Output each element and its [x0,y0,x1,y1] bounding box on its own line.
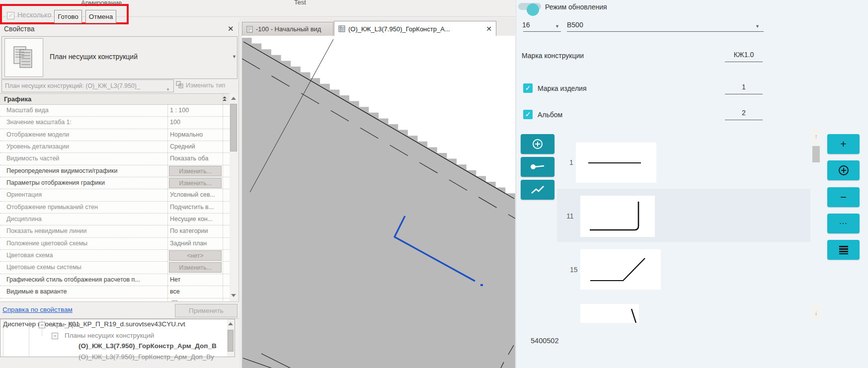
update-mode-label: Режим обновления [545,3,607,11]
remove-button[interactable]: − [827,187,860,207]
scrollbar-thumb[interactable] [228,330,234,352]
done-button[interactable]: Готово [54,10,82,23]
properties-help-link[interactable]: Справка по свойствам [2,306,73,313]
scroll-up-icon[interactable] [228,322,233,325]
product-mark-underline [725,94,763,94]
multiple-checkbox[interactable]: ✓ [7,12,14,19]
down-arrow-icon: ↓ [814,309,818,316]
shape-card-angle[interactable] [580,249,661,290]
view-tab-active[interactable]: (О)_КЖ_L3(7.950)_ГорКонстр_А... ✕ [334,21,496,36]
table-row[interactable]: Видимость частейПоказать оба [0,153,230,165]
toggle-knob[interactable] [527,3,539,16]
list-item-number: 15 [570,266,578,274]
table-row[interactable]: Цветовые схемы системыИзменить... [0,262,230,274]
list-scrollbar-thumb[interactable] [812,146,820,162]
table-row[interactable]: Положение цветовой схемыЗадний план [0,238,230,250]
instance-selector[interactable]: План несущих конструкций: (О)_КЖ_L3(7.95… [1,79,174,92]
properties-panel: Свойства ✕ План несущих конструкций [0,22,239,318]
view-area: -100 - Начальный вид (О)_КЖ_L3(7.950)_Го… [239,18,516,368]
tree-collapse-icon[interactable]: − [52,333,58,339]
properties-table: Графика Масштаб вида1 : 100 Значение мас… [0,93,230,302]
album-checkbox[interactable]: ✓ [523,110,533,119]
table-row[interactable]: Отображение моделиНормально [0,129,230,141]
type-selector-value: План несущих конструкций [50,53,138,61]
diameter-select[interactable]: 16 [522,21,537,29]
table-row[interactable]: Уровень детализацииСредний [0,141,230,153]
collapse-chevrons-icon2 [223,99,227,101]
pick-line-button[interactable] [521,157,554,177]
shape-line [590,202,638,230]
product-mark-input[interactable]: 1 [725,83,763,91]
menu-button[interactable] [827,240,860,260]
property-group-grafika[interactable]: Графика [0,94,230,105]
plan-view-icon [338,25,345,32]
tree-collapse-icon[interactable]: − [39,322,45,328]
table-row[interactable]: Цветовая схема<нет> [0,250,230,262]
table-row[interactable]: Показать невидимые линииПо категории [0,225,230,237]
shape-card-partial[interactable] [580,304,639,323]
product-mark-label: Марка изделия [538,84,587,92]
circle-plus-icon [532,138,544,150]
edit-overrides-button[interactable]: Изменить... [169,166,222,176]
more-button[interactable]: ... [827,214,860,233]
table-row[interactable]: Параметры отображения графикиИзменить... [0,177,230,189]
shape-card-l-bend[interactable] [580,196,655,237]
property-group-label: Графика [4,95,31,103]
grade-chevron-down-icon[interactable]: ▼ [755,24,760,29]
system-color-schemes-button[interactable]: Изменить... [169,262,222,273]
apply-button[interactable]: Применить [175,304,237,317]
diameter-chevron-down-icon[interactable]: ▼ [555,24,559,29]
album-input[interactable]: 2 [725,109,763,117]
list-item-number: 11 [566,212,574,220]
tab-close-icon[interactable]: ✕ [486,25,492,33]
construction-mark-input[interactable]: КЖ1.0 [725,51,763,59]
view-tab-start[interactable]: -100 - Начальный вид [242,22,333,36]
view-tab-label: -100 - Начальный вид [256,25,321,33]
table-row[interactable]: Масштаб вида1 : 100 [0,105,230,117]
add-button[interactable]: + [827,134,860,154]
edit-display-options-button[interactable]: Изменить... [169,178,222,188]
shape-line [590,258,645,281]
scroll-down-icon[interactable] [231,294,236,297]
tree-scrollbar[interactable] [227,319,235,357]
grade-select[interactable]: B500 [567,21,597,29]
diameter-underline [523,31,561,32]
table-row[interactable]: ОриентацияУсловный сев... [0,189,230,201]
type-selector[interactable]: План несущих конструкций ▼ [1,36,237,79]
add-point-button[interactable] [521,134,554,154]
product-mark-checkbox[interactable]: ✓ [523,83,533,93]
drawing-canvas[interactable] [242,36,515,368]
update-mode-toggle[interactable] [518,3,541,10]
list-scroll-down[interactable]: ↓ [810,304,822,322]
project-browser-panel: Диспетчер проекта - К01_КР_П_R19_d.surov… [0,318,239,368]
table-row[interactable]: Графический стиль отображения расчетов п… [0,274,230,286]
cancel-button[interactable]: Отмена [85,10,116,23]
polyline-button[interactable] [521,180,554,200]
table-row[interactable]: ДисциплинаНесущие кон... [0,214,230,225]
tree-node-active-view[interactable]: (О)_КЖ_L3(7.950)_ГорКонстр_Арм_Доп_В [79,342,217,350]
up-arrow-icon: ↑ [814,133,818,140]
table-row[interactable]: Отображение примыканий стенПодчистить в.… [0,202,230,214]
properties-scrollbar[interactable] [230,94,238,301]
construction-mark-label: Марка конструкции [522,52,584,60]
edit-type-button[interactable]: Изменить тип [176,79,238,92]
type-selector-chevron-down-icon[interactable]: ▼ [232,54,237,59]
project-browser-title: Диспетчер проекта - К01_КР_П_R19_d.surov… [3,320,185,328]
shape-card-straight[interactable] [576,143,656,183]
scrollbar-thumb[interactable] [230,104,237,151]
table-row[interactable]: Значение масштаба 1:100 [0,117,230,129]
scroll-up-icon[interactable] [231,97,236,100]
collapse-chevrons-icon[interactable] [223,96,227,98]
color-scheme-button[interactable]: <нет> [169,250,222,261]
blue-handle-dot[interactable] [480,284,483,286]
ellipsis-icon: ... [839,217,847,226]
tree-guide [3,319,3,357]
properties-close-icon[interactable]: ✕ [228,24,234,33]
tree-node-plans[interactable]: Планы несущих конструкций [65,332,154,339]
tree-node-arm-dop[interactable]: Арм_Доп [52,321,80,328]
tree-node-view2[interactable]: (О)_КЖ_L3(7.950)_ГорКонстр_Арм_Доп_Ву [79,353,214,357]
table-row[interactable]: Видимые в вариантевсе [0,286,230,298]
table-row[interactable]: Переопределения видимости/графикиИзменит… [0,165,230,177]
add-special-button[interactable] [827,160,860,180]
list-scroll-up[interactable]: ↑ [810,128,822,145]
